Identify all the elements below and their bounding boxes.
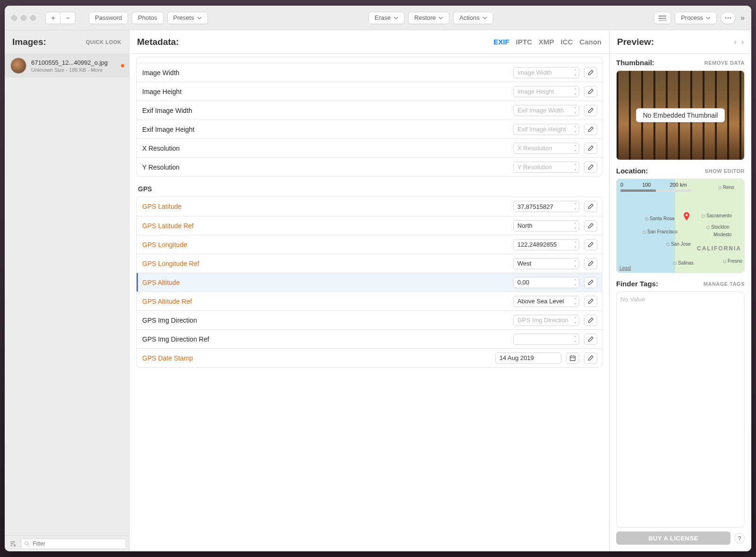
field-input[interactable]: Image Width⌃⌄: [513, 67, 579, 78]
metadata-table-gps: GPS Latitude37,87515827⌃⌄GPS Latitude Re…: [136, 197, 602, 368]
table-row: Image WidthImage Width⌃⌄: [137, 63, 602, 82]
edit-button[interactable]: [584, 105, 597, 116]
field-value: Image Height: [517, 88, 554, 95]
field-input[interactable]: West⌃⌄: [513, 258, 579, 269]
add-button[interactable]: ＋: [45, 12, 60, 24]
field-input[interactable]: 122,24892855⌃⌄: [513, 239, 579, 250]
field-label: X Resolution: [142, 145, 508, 152]
edit-button[interactable]: [584, 86, 597, 97]
file-name: 67100555_12...40992_o.jpg: [31, 59, 108, 66]
table-row: GPS Latitude37,87515827⌃⌄: [137, 197, 602, 216]
metadata-header: Metadata: EXIF IPTC XMP ICC Canon: [129, 30, 605, 54]
chevron-down-icon: [394, 16, 398, 20]
password-button[interactable]: Password: [89, 12, 128, 24]
quick-look-button[interactable]: QUICK LOOK: [86, 39, 121, 45]
erase-menu[interactable]: Erase: [369, 12, 404, 24]
file-thumb-icon: [10, 58, 26, 74]
edit-button[interactable]: [584, 220, 597, 231]
field-input[interactable]: GPS Img Direction⌃⌄: [513, 315, 579, 326]
field-input[interactable]: North⌃⌄: [513, 220, 579, 231]
tab-exif[interactable]: EXIF: [493, 38, 509, 46]
tab-icc[interactable]: ICC: [560, 38, 573, 46]
actions-label: Actions: [459, 14, 480, 21]
field-input[interactable]: ⌃⌄: [513, 334, 579, 345]
add-remove-segment: ＋ －: [45, 12, 76, 24]
file-subtitle: Unknown Size - 186 KB - More: [31, 67, 108, 73]
table-row: GPS Altitude RefAbove Sea Level⌃⌄: [137, 291, 602, 310]
field-input[interactable]: X Resolution⌃⌄: [513, 143, 579, 154]
file-row[interactable]: 67100555_12...40992_o.jpg Unknown Size -…: [5, 54, 129, 77]
table-row: X ResolutionX Resolution⌃⌄: [137, 138, 602, 157]
table-row: Exif Image HeightExif Image Height⌃⌄: [137, 120, 602, 138]
edit-button[interactable]: [584, 143, 597, 154]
edit-button[interactable]: [584, 201, 597, 212]
field-label: GPS Longitude Ref: [142, 260, 508, 267]
field-value: 0,00: [517, 279, 529, 286]
field-value: 122,24892855: [517, 241, 557, 248]
field-value: Y Resolution: [517, 163, 552, 171]
pencil-icon: [587, 223, 594, 229]
field-value: North: [517, 222, 533, 229]
pencil-icon: [587, 298, 594, 305]
tab-maker[interactable]: Canon: [579, 38, 601, 46]
edit-button[interactable]: [584, 67, 597, 78]
calendar-icon: [569, 355, 576, 361]
metadata-title: Metadata:: [137, 37, 179, 47]
table-row: GPS Latitude RefNorth⌃⌄: [137, 216, 602, 235]
pencil-icon: [587, 145, 594, 152]
field-label: GPS Img Direction: [142, 317, 508, 324]
edit-button[interactable]: [584, 124, 597, 135]
chevron-down-icon: [482, 16, 487, 20]
edit-button[interactable]: [584, 315, 597, 326]
calendar-button[interactable]: [566, 352, 579, 364]
app-window: ＋ － Password Photos Presets Erase Restor…: [5, 6, 605, 446]
zoom-icon[interactable]: [30, 15, 36, 21]
metadata-tabs: EXIF IPTC XMP ICC Canon: [493, 38, 601, 46]
remove-button[interactable]: －: [60, 12, 76, 24]
actions-menu[interactable]: Actions: [453, 12, 493, 24]
field-label: GPS Date Stamp: [142, 354, 490, 362]
edit-button[interactable]: [584, 334, 597, 345]
presets-label: Presets: [173, 14, 194, 21]
table-row: GPS Img Direction Ref⌃⌄: [137, 329, 602, 348]
file-list: 67100555_12...40992_o.jpg Unknown Size -…: [5, 54, 129, 446]
table-row: [137, 57, 602, 63]
field-input[interactable]: Above Sea Level⌃⌄: [513, 296, 579, 307]
field-input[interactable]: 0,00⌃⌄: [513, 277, 579, 288]
photos-button[interactable]: Photos: [132, 12, 163, 24]
edit-button[interactable]: [584, 277, 597, 288]
edit-button[interactable]: [584, 296, 597, 307]
field-input[interactable]: 37,87515827⌃⌄: [513, 201, 579, 212]
field-value: 37,87515827: [517, 203, 553, 210]
presets-menu[interactable]: Presets: [167, 12, 208, 24]
field-input[interactable]: Y Resolution⌃⌄: [513, 162, 579, 173]
tab-iptc[interactable]: IPTC: [516, 38, 532, 46]
field-value: Exif Image Height: [517, 126, 566, 133]
edit-button[interactable]: [584, 352, 597, 364]
pencil-icon: [587, 260, 594, 267]
pencil-icon: [587, 88, 594, 95]
pencil-icon: [587, 69, 594, 76]
tab-xmp[interactable]: XMP: [539, 38, 554, 46]
field-label: Exif Image Width: [142, 107, 508, 114]
edit-button[interactable]: [584, 258, 597, 269]
table-row: Image HeightImage Height⌃⌄: [137, 82, 602, 101]
table-row: GPS Img DirectionGPS Img Direction⌃⌄: [137, 310, 602, 329]
restore-menu[interactable]: Restore: [408, 12, 450, 24]
field-label: Exif Image Height: [142, 126, 508, 133]
pencil-icon: [587, 279, 594, 286]
field-label: GPS Altitude Ref: [142, 298, 508, 305]
field-value: West: [517, 260, 531, 267]
pencil-icon: [587, 203, 594, 210]
edit-button[interactable]: [584, 162, 597, 173]
file-more-link[interactable]: More: [91, 67, 103, 73]
window-controls: [9, 15, 36, 21]
field-input[interactable]: Exif Image Width⌃⌄: [513, 105, 579, 116]
field-input[interactable]: Image Height⌃⌄: [513, 86, 579, 97]
field-input[interactable]: 14 Aug 2019: [495, 352, 561, 364]
edit-button[interactable]: [584, 239, 597, 250]
field-input[interactable]: Exif Image Height⌃⌄: [513, 124, 579, 135]
modified-dot-icon: [121, 64, 124, 68]
close-icon[interactable]: [11, 15, 17, 21]
minimize-icon[interactable]: [21, 15, 26, 21]
